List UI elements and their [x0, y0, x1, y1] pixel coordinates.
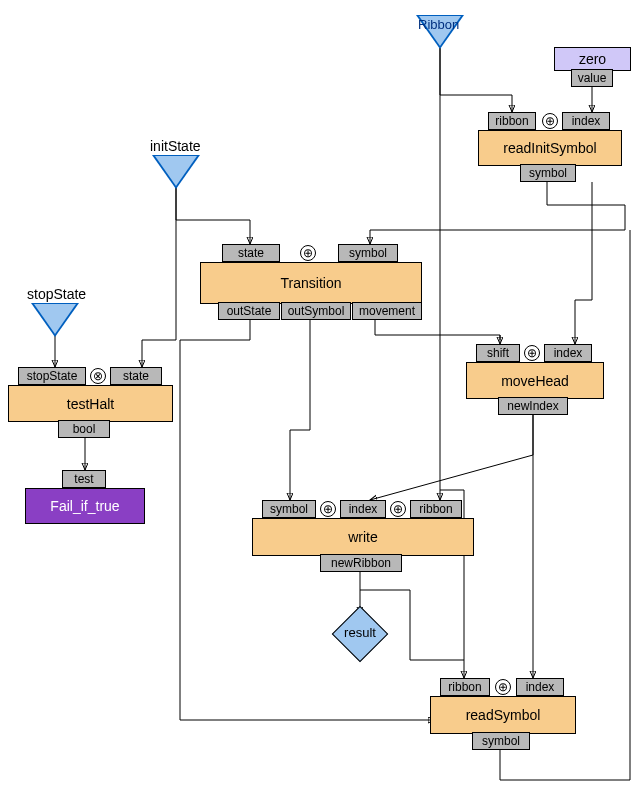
- transition-title: Transition: [281, 275, 342, 291]
- transition-outstate-port: outState: [218, 302, 280, 320]
- movehead-newindex-port: newIndex: [498, 397, 568, 415]
- write-op1: ⊕: [320, 501, 336, 517]
- movehead-title: moveHead: [501, 373, 569, 389]
- stopstate-triangle-inner: [34, 304, 76, 334]
- testhalt-title: testHalt: [67, 396, 114, 412]
- fail-test-port: test: [62, 470, 106, 488]
- readsymbol-index-port: index: [516, 678, 564, 696]
- zero-value-port: value: [571, 69, 613, 87]
- readsymbol-symbol-port: symbol: [472, 732, 530, 750]
- write-op2: ⊕: [390, 501, 406, 517]
- testhalt-bool-port: bool: [58, 420, 110, 438]
- readsymbol-op: ⊕: [495, 679, 511, 695]
- write-ribbon-port: ribbon: [410, 500, 462, 518]
- failiftrue-title: Fail_if_true: [50, 498, 119, 514]
- stopstate-label: stopState: [27, 286, 86, 302]
- write-node: write: [252, 518, 474, 556]
- write-title: write: [348, 529, 378, 545]
- initstate-label: initState: [150, 138, 201, 154]
- testhalt-stopstate-port: stopState: [18, 367, 86, 385]
- readsymbol-ribbon-port: ribbon: [440, 678, 490, 696]
- initstate-triangle-inner: [155, 156, 197, 186]
- movehead-node: moveHead: [466, 362, 604, 399]
- ribbon-label: Ribbon: [418, 17, 459, 32]
- readinit-op: ⊕: [542, 113, 558, 129]
- movehead-shift-port: shift: [476, 344, 520, 362]
- result-diamond: [332, 606, 389, 663]
- zero-label: zero: [579, 51, 606, 67]
- readinit-index-port: index: [562, 112, 610, 130]
- transition-node: Transition: [200, 262, 422, 304]
- transition-outsymbol-port: outSymbol: [281, 302, 351, 320]
- write-index-port: index: [340, 500, 386, 518]
- testhalt-op: ⊗: [90, 368, 106, 384]
- write-newribbon-port: newRibbon: [320, 554, 402, 572]
- readsymbol-node: readSymbol: [430, 696, 576, 734]
- testhalt-node: testHalt: [8, 385, 173, 422]
- zero-node: zero: [554, 47, 631, 71]
- readsymbol-title: readSymbol: [466, 707, 541, 723]
- failiftrue-node: Fail_if_true: [25, 488, 145, 524]
- transition-movement-port: movement: [352, 302, 422, 320]
- readinitsymbol-title: readInitSymbol: [503, 140, 596, 156]
- transition-state-port: state: [222, 244, 280, 262]
- movehead-op: ⊕: [524, 345, 540, 361]
- transition-op: ⊕: [300, 245, 316, 261]
- testhalt-state-port: state: [110, 367, 162, 385]
- readinit-symbol-port: symbol: [520, 164, 576, 182]
- transition-symbol-port: symbol: [338, 244, 398, 262]
- write-symbol-port: symbol: [262, 500, 316, 518]
- readinit-ribbon-port: ribbon: [488, 112, 536, 130]
- readinitsymbol-node: readInitSymbol: [478, 130, 622, 166]
- movehead-index-port: index: [544, 344, 592, 362]
